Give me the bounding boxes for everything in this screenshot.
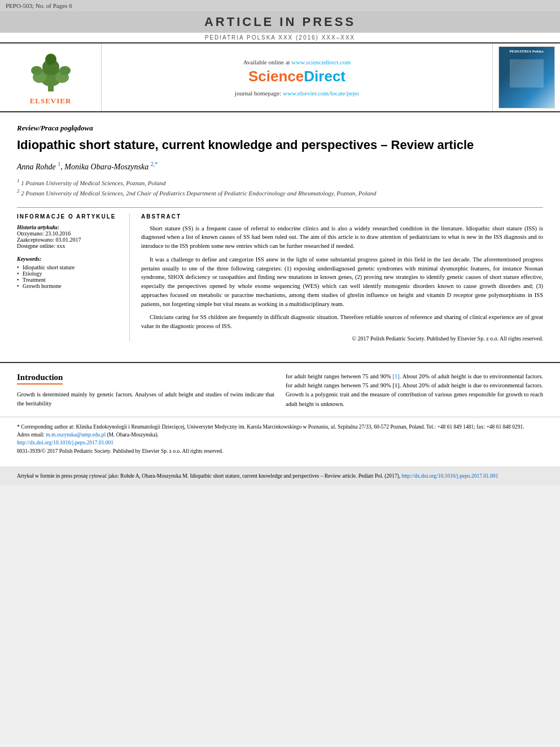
article-title: Idiopathic short stature, current knowle… (17, 137, 543, 154)
intro-right-text: for adult height ranges between 75 and 9… (286, 372, 543, 409)
header-center: Available online at www.sciencedirect.co… (102, 43, 492, 111)
intro-two-col: Introduction Growth is determined mainly… (17, 372, 543, 409)
info-column: INFORMACJE O ARTYKULE Historia artykułu:… (17, 213, 130, 342)
affiliations: 1 1 Poznan University of Medical Science… (17, 177, 543, 198)
abstract-para-1: Short stature (SS) is a frequent cause o… (141, 224, 543, 251)
journal-cover-title: PEDIATRIA Polska (510, 49, 544, 54)
history-label: Historia artykułu: (17, 224, 121, 230)
journal-homepage-link[interactable]: www.elsevier.com/locate/pepo (283, 90, 359, 97)
citation-text: Artykuł w formie in press proszę cytować… (17, 472, 543, 480)
top-bar: PEPO-503; No. of Pages 6 (0, 0, 560, 11)
doi-link[interactable]: http://dx.doi.org/10.1016/j.pepo.2017.01… (17, 440, 113, 445)
intro-heading: Introduction (17, 373, 63, 385)
history-received: Otrzymano: 23.10.2016 (17, 230, 121, 237)
banner-text: ARTICLE IN PRESS (204, 15, 356, 29)
keyword-list: Idiopathic short stature Etiology Treatm… (17, 264, 121, 289)
copyright: © 2017 Polish Pediatric Society. Publish… (141, 335, 543, 342)
sciencedirect-link[interactable]: www.sciencedirect.com (291, 59, 351, 65)
footnote-issn: 0031-3939/© 2017 Polish Pediatric Societ… (17, 447, 543, 455)
elsevier-label: ELSEVIER (30, 97, 72, 106)
journal-cover: PEDIATRIA Polska (498, 46, 555, 108)
sd-logo-science: Science (248, 68, 304, 85)
abstract-column: ABSTRACT Short stature (SS) is a frequen… (141, 213, 543, 342)
info-col-title: INFORMACJE O ARTYKULE (17, 213, 121, 220)
footnote-area: * Corresponding author at: Klinika Endok… (0, 417, 560, 461)
journal-homepage: journal homepage: www.elsevier.com/locat… (235, 90, 359, 97)
citation-box: Artykuł w formie in press proszę cytować… (0, 466, 560, 486)
sd-logo-direct: Direct (304, 68, 345, 85)
affiliation-2: 2 2 Poznan University of Medical Science… (17, 187, 543, 198)
keyword-4: Growth hormone (17, 283, 121, 289)
intro-right: for adult height ranges between 75 and 9… (286, 372, 543, 409)
keyword-1: Idiopathic short stature (17, 264, 121, 270)
article-in-press-banner: ARTICLE IN PRESS (0, 11, 560, 33)
journal-subtitle: PEDIATRIA POLSKA XXX (2016) XXX–XXX (0, 33, 560, 42)
email-link[interactable]: m.m.oszynska@ump.edu.pl (46, 432, 106, 438)
abstract-text: Short stature (SS) is a frequent cause o… (141, 224, 543, 331)
article-code: PEPO-503; No. of Pages 6 (6, 2, 72, 9)
article-body: Review/Praca poglądowa Idiopathic short … (0, 112, 560, 353)
svg-point-7 (59, 66, 71, 75)
elsevier-logo-area: ELSEVIER (0, 43, 102, 111)
header-area: ELSEVIER Available online at www.science… (0, 42, 560, 112)
affil-1: 1 (58, 161, 60, 168)
svg-point-3 (45, 54, 56, 65)
elsevier-tree-icon (25, 49, 76, 94)
introduction-section: Introduction Growth is determined mainly… (0, 372, 560, 409)
keywords-label: Keywords: (17, 256, 121, 262)
abstract-para-3: Clinicians caring for SS children are fr… (141, 313, 543, 331)
divider-1 (17, 207, 543, 208)
footnote-doi: http://dx.doi.org/10.1016/j.pepo.2017.01… (17, 439, 543, 447)
history-online: Dostępne online: xxx (17, 243, 121, 249)
header-right: PEDIATRIA Polska (492, 43, 560, 111)
intro-left: Introduction Growth is determined mainly… (17, 372, 274, 409)
svg-point-6 (31, 66, 42, 75)
keyword-3: Treatment (17, 277, 121, 283)
authors: Anna Rohde 1, Monika Obara-Moszynska 2,* (17, 161, 543, 172)
history-accepted: Zaakceptowano: 03.01.2017 (17, 237, 121, 243)
journal-cover-image (510, 59, 544, 88)
abstract-para-2: It was a challenge to define and categor… (141, 255, 543, 309)
review-label: Review/Praca poglądowa (17, 124, 543, 133)
intro-left-text: Growth is determined mainly by genetic f… (17, 390, 274, 409)
abstract-title: ABSTRACT (141, 213, 543, 220)
available-text: Available online at www.sciencedirect.co… (243, 59, 351, 65)
affiliation-1: 1 1 Poznan University of Medical Science… (17, 177, 543, 187)
citation-doi-link[interactable]: http://dx.doi.org/10.1016/j.pepo.2017.01… (401, 473, 498, 479)
keyword-2: Etiology (17, 270, 121, 277)
ref-1-link[interactable]: [1] (393, 373, 400, 379)
affil-2: 2,* (151, 161, 158, 168)
section-divider (0, 362, 560, 363)
sciencedirect-logo: ScienceDirect (248, 68, 345, 85)
corresponding-author: * Corresponding author at: Klinika Endok… (17, 423, 543, 431)
info-abstract: INFORMACJE O ARTYKULE Historia artykułu:… (17, 213, 543, 342)
history-section: Historia artykułu: Otrzymano: 23.10.2016… (17, 224, 121, 249)
page: PEPO-503; No. of Pages 6 ARTICLE IN PRES… (0, 0, 560, 486)
footnote-email: Adres email: m.m.oszynska@ump.edu.pl (M.… (17, 431, 543, 439)
